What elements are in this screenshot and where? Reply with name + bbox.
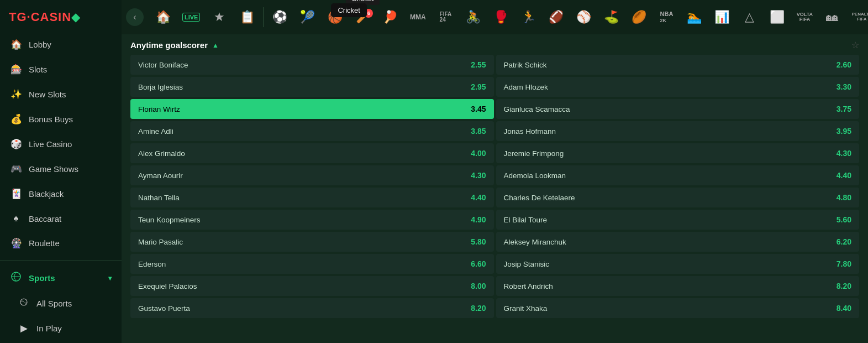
- sidebar-item-label: Roulette: [29, 238, 60, 248]
- bet-row[interactable]: Ayman Aourir 4.30: [130, 165, 494, 185]
- bet-row[interactable]: Granit Xhaka 8.40: [496, 298, 860, 318]
- sidebar-item-baccarat[interactable]: ♠ Baccarat: [0, 206, 122, 231]
- main-content: ‹ 🏠 LIVE ★ 📋 ⚽ 🎾 🏀 🏏 6 Cricket 🏓 MMA FIF…: [122, 0, 868, 343]
- bet-name: Robert Andrich: [504, 282, 553, 290]
- bet-name: Josip Stanisic: [504, 260, 550, 268]
- bet-row[interactable]: Patrik Schick 2.60: [496, 55, 860, 75]
- cricket-tooltip-popup: Cricket: [331, 3, 366, 17]
- sport-nfl-button[interactable]: 🏈: [542, 8, 570, 27]
- bet-odds: 5.80: [471, 237, 486, 246]
- sport-penalty-button[interactable]: PENALTYFIFA: [846, 10, 868, 24]
- favorite-star-button[interactable]: ☆: [851, 40, 859, 50]
- sport-betslip-button[interactable]: 📋: [233, 8, 261, 27]
- sport-live-button[interactable]: LIVE: [177, 11, 206, 24]
- bet-row[interactable]: Charles De Ketelaere 4.80: [496, 188, 860, 207]
- bet-name: Adam Hlozek: [504, 83, 548, 91]
- sidebar-item-label: Baccarat: [29, 214, 61, 224]
- sidebar-item-slots[interactable]: 🎰 Slots: [0, 57, 122, 82]
- sport-favorites-button[interactable]: ★: [206, 8, 233, 27]
- bet-row[interactable]: Mario Pasalic 5.80: [130, 232, 494, 252]
- bet-row[interactable]: Gianluca Scamacca 3.75: [496, 99, 860, 119]
- bet-name: Teun Koopmeiners: [138, 216, 201, 224]
- sport-fighting-button[interactable]: 🥊: [487, 8, 514, 27]
- sport-volta-button[interactable]: VOLTAFIFA: [791, 10, 818, 24]
- sport-tabletennis-button[interactable]: 🏓: [376, 8, 404, 27]
- sport-nba-button[interactable]: NBA2K: [653, 9, 680, 25]
- bet-odds: 3.85: [471, 127, 486, 136]
- sport-swimming-button[interactable]: 🏊: [680, 8, 708, 27]
- sport-mma-button[interactable]: MMA: [404, 11, 432, 23]
- sidebar-item-roulette[interactable]: 🎡 Roulette: [0, 231, 122, 256]
- bet-row[interactable]: Alex Grimaldo 4.00: [130, 143, 494, 163]
- bet-odds: 3.95: [837, 127, 851, 136]
- bet-row[interactable]: Victor Boniface 2.55: [130, 55, 494, 75]
- sidebar-item-label: Blackjack: [29, 189, 64, 199]
- logo-text: TG·CASIN◆: [9, 10, 80, 24]
- sport-triangle-button[interactable]: △: [735, 8, 763, 27]
- sidebar-item-live-casino[interactable]: 🎲 Live Casino: [0, 132, 122, 157]
- sidebar-item-sports[interactable]: Sports ▾: [0, 265, 122, 291]
- sidebar-item-label: Lobby: [29, 40, 51, 49]
- bet-name: Aleksey Miranchuk: [504, 238, 566, 246]
- bet-row[interactable]: Florian Wirtz 3.45: [130, 99, 494, 119]
- sidebar-item-blackjack[interactable]: 🃏 Blackjack: [0, 181, 122, 206]
- bet-row[interactable]: Adam Hlozek 3.30: [496, 77, 860, 97]
- bet-odds: 4.40: [837, 171, 851, 180]
- bet-row[interactable]: Gustavo Puerta 8.20: [130, 298, 494, 318]
- sidebar-item-all-sports[interactable]: All Sports: [0, 291, 122, 316]
- bet-row[interactable]: Amine Adli 3.85: [130, 121, 494, 141]
- sidebar-item-game-shows[interactable]: 🎮 Game Shows: [0, 157, 122, 181]
- bet-row[interactable]: Teun Koopmeiners 4.90: [130, 210, 494, 230]
- bet-name: Ademola Lookman: [504, 172, 566, 180]
- sport-tennis-button[interactable]: 🎾: [293, 8, 321, 27]
- bet-odds: 4.40: [471, 193, 486, 202]
- bet-row[interactable]: Ederson 6.60: [130, 254, 494, 274]
- bet-odds: 4.30: [471, 171, 486, 180]
- bet-row[interactable]: Jeremie Frimpong 4.30: [496, 143, 860, 163]
- bet-name: Jonas Hofmann: [504, 127, 556, 136]
- bet-row[interactable]: Josip Stanisic 7.80: [496, 254, 860, 274]
- sport-esports-button[interactable]: ⬜: [763, 8, 791, 27]
- bet-row[interactable]: Borja Iglesias 2.95: [130, 77, 494, 97]
- sport-athletics-button[interactable]: 🏃: [514, 8, 542, 27]
- sidebar: TG·CASIN◆ 🏠 Lobby 🎰 Slots ✨ New Slots 💰 …: [0, 0, 122, 343]
- blackjack-icon: 🃏: [10, 188, 22, 200]
- sport-fifa-button[interactable]: FIFA24: [432, 9, 459, 25]
- sidebar-item-football[interactable]: ⚽ Football: [0, 341, 122, 343]
- bet-row[interactable]: Robert Andrich 8.20: [496, 276, 860, 296]
- sport-golf-button[interactable]: ⛳: [597, 8, 625, 27]
- sidebar-item-in-play[interactable]: ▶ In Play: [0, 316, 122, 341]
- sidebar-item-new-slots[interactable]: ✨ New Slots: [0, 82, 122, 107]
- collapse-button[interactable]: ‹: [126, 8, 144, 26]
- sort-icon[interactable]: ▲: [212, 41, 219, 49]
- bet-row[interactable]: Aleksey Miranchuk 6.20: [496, 232, 860, 252]
- sport-home-button[interactable]: 🏠: [149, 8, 177, 27]
- bet-odds: 2.55: [471, 60, 486, 69]
- sport-baseball-button[interactable]: ⚾: [570, 8, 597, 27]
- sport-scoreboard-button[interactable]: 📊: [708, 8, 735, 27]
- bet-name: Mario Pasalic: [138, 238, 183, 246]
- bet-name: Gianluca Scamacca: [504, 105, 570, 113]
- bet-odds: 2.95: [471, 82, 486, 91]
- sport-house2-button[interactable]: 🏘: [818, 8, 846, 27]
- sidebar-item-lobby[interactable]: 🏠 Lobby: [0, 32, 122, 57]
- sport-rugby-button[interactable]: 🏉: [625, 8, 653, 27]
- in-play-icon: ▶: [18, 323, 30, 334]
- sidebar-sports-label: Sports: [29, 273, 55, 283]
- bet-row[interactable]: Ademola Lookman 4.40: [496, 165, 860, 185]
- chevron-down-icon: ▾: [108, 274, 112, 282]
- bet-row[interactable]: Exequiel Palacios 8.00: [130, 276, 494, 296]
- bet-name: Exequiel Palacios: [138, 282, 197, 290]
- slots-icon: 🎰: [10, 64, 22, 75]
- bet-row[interactable]: Nathan Tella 4.40: [130, 188, 494, 207]
- bet-name: Gustavo Puerta: [138, 304, 190, 313]
- sidebar-item-label: New Slots: [29, 90, 66, 99]
- sidebar-item-bonus-buys[interactable]: 💰 Bonus Buys: [0, 107, 122, 132]
- bet-odds: 2.60: [837, 60, 851, 69]
- game-shows-icon: 🎮: [10, 163, 22, 175]
- sport-cycling-button[interactable]: 🚴: [459, 8, 487, 27]
- bet-row[interactable]: Jonas Hofmann 3.95: [496, 121, 860, 141]
- logo: TG·CASIN◆: [0, 0, 122, 32]
- bet-row[interactable]: El Bilal Toure 5.60: [496, 210, 860, 230]
- sport-football-button[interactable]: ⚽: [266, 8, 293, 27]
